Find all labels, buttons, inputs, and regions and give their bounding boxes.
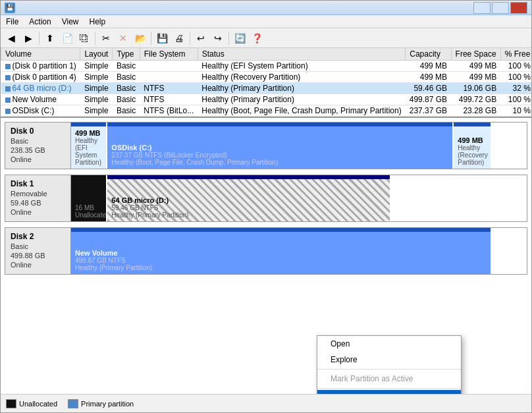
tb-sep-4 — [190, 32, 190, 45]
tb-rescan[interactable]: 🔄 — [232, 30, 248, 46]
ctx-separator — [317, 388, 461, 389]
status-bar: Unallocated Primary partition — [1, 394, 531, 412]
cell-status: Healthy (EFI System Partition) — [198, 61, 405, 72]
minimize-button[interactable] — [473, 2, 491, 14]
part-detail: Healthy (Recovery Partition) — [458, 144, 486, 166]
disk-name: Disk 0 — [11, 126, 65, 136]
cell-capacity: 59.46 GB — [406, 83, 451, 94]
disk-area-wrapper: Disk 0 Basic 238.35 GB Online 499 MB Hea… — [1, 118, 531, 394]
tb-up[interactable]: ⬆ — [42, 30, 58, 46]
col-header-layout[interactable]: Layout — [80, 48, 113, 61]
part-name: 64 GB micro (D:) — [111, 196, 386, 204]
tb-redo[interactable]: ↪ — [210, 30, 226, 46]
cell-type: Basic — [113, 61, 140, 72]
ctx-separator — [317, 369, 461, 370]
disk-row: Disk 0 Basic 238.35 GB Online 499 MB Hea… — [5, 122, 527, 169]
ctx-item-explore[interactable]: Explore — [317, 352, 461, 368]
table-row[interactable]: OSDisk (C:)SimpleBasicNTFS (BitLo...Heal… — [1, 105, 532, 117]
tb-open[interactable]: 📂 — [132, 30, 148, 46]
cell-volume: (Disk 0 partition 4) — [1, 72, 80, 83]
part-name: 16 MB — [75, 204, 102, 211]
part-detail: 499.87 GB NTFS — [75, 257, 487, 264]
tb-forward[interactable]: ▶ — [20, 30, 36, 46]
tb-undo[interactable]: ↩ — [193, 30, 209, 46]
disk-status: Online — [11, 261, 65, 269]
cell-freespace: 499 MB — [451, 61, 500, 72]
cell-status: Healthy (Primary Partition) — [198, 83, 405, 94]
partition-top-bar — [454, 123, 490, 126]
maximize-button[interactable] — [492, 2, 509, 14]
partition[interactable]: 499 MB Healthy (Recovery Partition) — [454, 123, 490, 169]
legend-primary: Primary partition — [68, 399, 134, 408]
cell-type: Basic — [113, 105, 140, 117]
window-controls — [473, 2, 527, 14]
part-name: New Volume — [75, 249, 487, 257]
cell-fs — [140, 72, 198, 83]
disk-icon — [5, 109, 11, 114]
cell-freespace: 499 MB — [451, 72, 500, 83]
col-header-freespace[interactable]: Free Space — [451, 48, 500, 61]
legend-unallocated: Unallocated — [6, 399, 57, 408]
table-row[interactable]: New VolumeSimpleBasicNTFSHealthy (Primar… — [1, 94, 532, 105]
col-header-volume[interactable]: Volume — [1, 48, 80, 61]
tb-cut[interactable]: ✂ — [98, 30, 114, 46]
context-menu: OpenExploreMark Partition as ActiveChang… — [317, 335, 462, 394]
tb-help[interactable]: ❓ — [249, 30, 265, 46]
cell-volume: (Disk 0 partition 1) — [1, 61, 80, 72]
tb-back[interactable]: ◀ — [3, 30, 19, 46]
tb-print[interactable]: 🖨 — [171, 30, 187, 46]
table-row[interactable]: 64 GB micro (D:)SimpleBasicNTFSHealthy (… — [1, 83, 532, 94]
table-row[interactable]: (Disk 0 partition 4)SimpleBasicHealthy (… — [1, 72, 532, 83]
menu-action[interactable]: Action — [24, 16, 56, 28]
main-window: 💾 File Action View Help ◀ ▶ ⬆ 📄 ⿻ ✂ ✕ 📂 … — [0, 0, 532, 413]
title-bar: 💾 — [1, 1, 531, 15]
partition[interactable]: 16 MB Unallocated — [71, 175, 107, 221]
app-icon: 💾 — [5, 3, 15, 13]
disk-partitions: 16 MB Unallocated 64 GB micro (D:) 59.46… — [71, 175, 527, 221]
ctx-item-change-drive-letter-and-paths-[interactable]: Change Drive Letter and Paths... — [317, 390, 461, 394]
disk-label: Disk 0 Basic 238.35 GB Online — [5, 123, 71, 169]
ctx-item-open[interactable]: Open — [317, 336, 461, 352]
close-button[interactable] — [510, 2, 527, 14]
disk-subtype: Removable — [11, 190, 65, 198]
tb-copy[interactable]: ⿻ — [76, 30, 92, 46]
legend-primary-box — [68, 399, 78, 408]
cell-type: Basic — [113, 94, 140, 105]
table-row[interactable]: (Disk 0 partition 1)SimpleBasicHealthy (… — [1, 61, 532, 72]
tb-save[interactable]: 💾 — [154, 30, 170, 46]
col-header-fs[interactable]: File System — [140, 48, 198, 61]
partition[interactable]: 499 MB Healthy (EFI System Partition) — [71, 123, 107, 169]
partition[interactable]: New Volume 499.87 GB NTFS Healthy (Prima… — [71, 228, 491, 274]
cell-freespace: 19.06 GB — [451, 83, 500, 94]
tb-properties[interactable]: 📄 — [59, 30, 75, 46]
cell-capacity: 499 MB — [406, 61, 451, 72]
partition[interactable]: OSDisk (C:) 237.37 GB NTFS (BitLocker En… — [107, 123, 454, 169]
tb-delete[interactable]: ✕ — [115, 30, 131, 46]
cell-layout: Simple — [80, 72, 113, 83]
col-header-status[interactable]: Status — [198, 48, 405, 61]
partition-top-bar — [107, 123, 452, 126]
tb-sep-5 — [228, 32, 229, 45]
cell-volume: OSDisk (C:) — [1, 105, 80, 117]
disk-subtype: Basic — [11, 242, 65, 250]
menu-file[interactable]: File — [1, 16, 24, 28]
partition-top-bar — [71, 123, 106, 126]
tb-sep-2 — [95, 32, 95, 45]
col-header-capacity[interactable]: Capacity — [406, 48, 451, 61]
part-status: Healthy (Primary Partition) — [75, 264, 487, 271]
menu-help[interactable]: Help — [84, 16, 111, 28]
cell-fs — [140, 61, 198, 72]
disk-size: 59.48 GB — [11, 199, 65, 207]
disk-size: 238.35 GB — [11, 146, 65, 154]
col-header-type[interactable]: Type — [113, 48, 140, 61]
disk-size: 499.88 GB — [11, 252, 65, 260]
part-detail: Healthy (EFI System Partition) — [75, 137, 102, 166]
col-header-pctfree[interactable]: % Free — [500, 48, 531, 61]
part-detail: Unallocated — [75, 211, 102, 219]
menu-view[interactable]: View — [57, 16, 84, 28]
disk-subtype: Basic — [11, 137, 65, 145]
cell-capacity: 499.87 GB — [406, 94, 451, 105]
tb-sep-1 — [39, 32, 40, 45]
partition[interactable]: 64 GB micro (D:) 59.46 GB NTFS Healthy (… — [107, 175, 390, 221]
cell-pctfree: 32 % — [500, 83, 531, 94]
